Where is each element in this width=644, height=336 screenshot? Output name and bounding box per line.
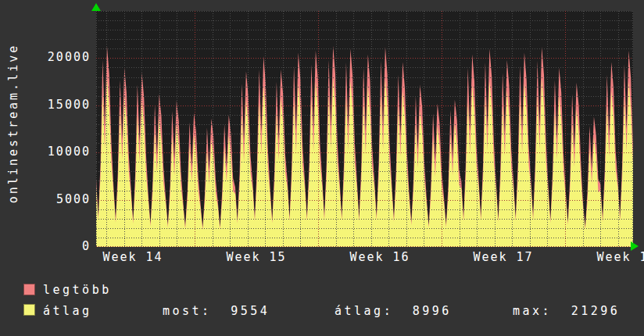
stat-max-value: 21296 (571, 304, 621, 318)
stat-most-value: 9554 (231, 304, 270, 318)
stat-most: most: 9554 (163, 305, 270, 318)
chart-plot (96, 11, 633, 247)
y-tick-0: 0 (0, 240, 91, 252)
legend-label-legtobb: legtöbb (43, 284, 112, 297)
x-tick-week-15: Week 15 (202, 251, 311, 264)
stat-atlag-label: átlag: (335, 304, 393, 318)
y-tick-15000: 15000 (0, 98, 91, 111)
legend-label-atlag: átlag (43, 305, 92, 318)
y-axis-arrow-icon (91, 3, 101, 11)
x-tick-week-14: Week 14 (78, 251, 188, 264)
plot-area (96, 11, 633, 247)
y-tick-5000: 5000 (0, 193, 91, 206)
legend-swatch-atlag (23, 304, 35, 316)
stat-atlag-value: 8996 (413, 304, 452, 318)
stat-atlag: átlag: 8996 (335, 305, 452, 318)
stat-max: max: 21296 (513, 305, 620, 318)
x-tick-week-18: Week 18 (572, 251, 644, 264)
graph-title: onlinestream.live (6, 44, 20, 204)
x-tick-week-16: Week 16 (325, 251, 435, 264)
y-tick-20000: 20000 (0, 51, 91, 63)
x-tick-week-17: Week 17 (449, 251, 558, 264)
stat-most-label: most: (163, 304, 212, 318)
y-tick-10000: 10000 (0, 145, 91, 158)
legend-swatch-legtobb (23, 284, 35, 295)
stat-max-label: max: (513, 304, 552, 318)
